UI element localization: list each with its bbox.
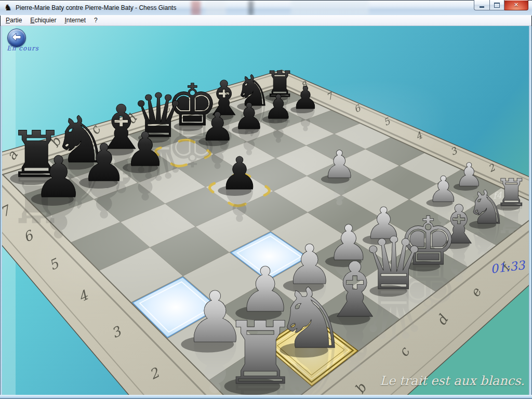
window-titlebar[interactable]: ♞ Pierre-Marie Baty contre Pierre-Marie … [0,0,532,16]
minimize-icon [480,6,484,8]
minimize-button[interactable] [474,0,489,10]
glass-reflection [291,1,369,16]
app-icon-chess-knight: ♞ [4,3,11,12]
menu-item-aide[interactable]: ? [90,15,102,25]
piece-black-pawn-b7[interactable]: ♟ [81,133,127,193]
piece-black-pawn-g7[interactable]: ♟ [263,87,294,126]
menu-item-internet[interactable]: Internet [60,15,90,25]
piece-black-pawn-f7[interactable]: ♟ [233,95,265,137]
piece-black-pawn-c7[interactable]: ♟ [124,122,166,177]
piece-black-pawn-h7[interactable]: ♟ [291,80,319,116]
menu-item-echiquier[interactable]: Echiquier [26,15,60,25]
window-border-left [0,26,2,399]
glass-reflection [191,1,201,16]
glass-reflection [248,1,254,16]
status-text: Le trait est aux blancs. [380,374,525,388]
close-button[interactable]: ✕ [504,0,528,10]
maximize-button[interactable] [489,0,504,10]
piece-black-pawn-d5[interactable]: ♟ [219,148,260,200]
piece-white-pawn-f4[interactable]: ♟ [322,142,356,187]
piece-black-pawn-e7[interactable]: ♟ [200,104,235,150]
menu-item-partie[interactable]: Partie [2,15,26,25]
back-arrow-icon [10,32,23,44]
maximize-icon [494,3,500,8]
close-icon: ✕ [514,2,518,8]
piece-white-rook-a1[interactable]: ♜ [221,303,299,399]
glass-reflection [205,1,226,16]
window-border-right [529,26,532,399]
menubar: PartieEchiquierInternet? [1,15,531,26]
chess-scene: 1122334455667788aabbccddeeffgghh1. f4 d5… [0,0,532,399]
window-border-bottom [0,395,532,399]
in-progress-link[interactable]: En cours [7,45,39,52]
window-title: Pierre-Marie Baty contre Pierre-Marie Ba… [16,4,176,11]
piece-black-pawn-a7[interactable]: ♟ [33,144,84,210]
